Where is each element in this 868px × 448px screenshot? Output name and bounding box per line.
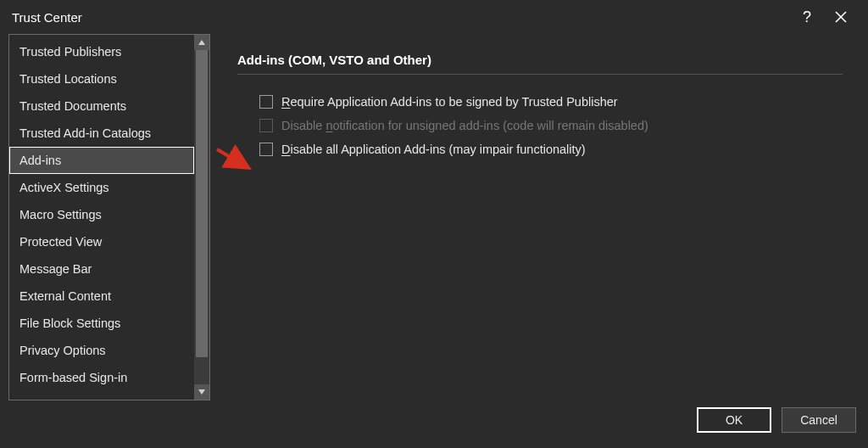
option-disable-notification: Disable notification for unsigned add-in…	[237, 114, 843, 137]
close-button[interactable]	[824, 0, 858, 34]
sidebar-item-macro-settings[interactable]: Macro Settings	[9, 201, 194, 228]
sidebar-item-protected-view[interactable]: Protected View	[9, 228, 194, 255]
sidebar-item-trusted-documents[interactable]: Trusted Documents	[9, 92, 194, 120]
option-require-signed[interactable]: Require Application Add-ins to be signed…	[237, 90, 843, 114]
close-icon	[835, 11, 847, 23]
cancel-button[interactable]: Cancel	[782, 407, 856, 433]
option-label: Disable all Application Add-ins (may imp…	[281, 143, 586, 156]
help-button[interactable]: ?	[790, 0, 824, 34]
sidebar-item-file-block-settings[interactable]: File Block Settings	[9, 310, 194, 337]
dialog-footer: OK Cancel	[0, 400, 868, 448]
category-sidebar: Trusted Publishers Trusted Locations Tru…	[8, 34, 210, 400]
scroll-thumb[interactable]	[196, 50, 208, 357]
sidebar-item-trusted-addin-catalogs[interactable]: Trusted Add-in Catalogs	[9, 120, 194, 147]
section-divider	[237, 74, 843, 75]
chevron-down-icon	[198, 389, 205, 395]
dialog-titlebar: Trust Center ?	[0, 0, 868, 34]
sidebar-item-external-content[interactable]: External Content	[9, 283, 194, 310]
scroll-track[interactable]	[194, 50, 209, 384]
checkbox-disable-all-addins[interactable]	[259, 143, 273, 156]
option-disable-all-addins[interactable]: Disable all Application Add-ins (may imp…	[237, 137, 843, 161]
scroll-up-button[interactable]	[194, 35, 209, 50]
checkbox-require-signed[interactable]	[259, 95, 273, 109]
dialog-content: Trusted Publishers Trusted Locations Tru…	[0, 34, 868, 400]
sidebar-item-privacy-options[interactable]: Privacy Options	[9, 337, 194, 364]
scroll-down-button[interactable]	[194, 384, 209, 400]
dialog-title: Trust Center	[12, 10, 82, 25]
option-label: Disable notification for unsigned add-in…	[281, 119, 648, 132]
checkbox-disable-notification	[259, 119, 273, 132]
svg-marker-3	[198, 389, 205, 395]
sidebar-scrollbar[interactable]	[194, 35, 209, 400]
svg-marker-2	[198, 40, 205, 45]
chevron-up-icon	[198, 39, 205, 46]
sidebar-item-trusted-publishers[interactable]: Trusted Publishers	[9, 38, 194, 65]
settings-panel: Add-ins (COM, VSTO and Other) Require Ap…	[210, 34, 860, 400]
ok-button[interactable]: OK	[697, 407, 771, 433]
category-list: Trusted Publishers Trusted Locations Tru…	[9, 35, 194, 400]
section-title: Add-ins (COM, VSTO and Other)	[237, 53, 843, 67]
option-label: Require Application Add-ins to be signed…	[281, 95, 618, 109]
sidebar-item-trusted-locations[interactable]: Trusted Locations	[9, 65, 194, 92]
sidebar-item-form-based-signin[interactable]: Form-based Sign-in	[9, 364, 194, 391]
sidebar-item-addins[interactable]: Add-ins	[9, 147, 194, 174]
sidebar-item-activex-settings[interactable]: ActiveX Settings	[9, 174, 194, 201]
sidebar-item-message-bar[interactable]: Message Bar	[9, 255, 194, 283]
